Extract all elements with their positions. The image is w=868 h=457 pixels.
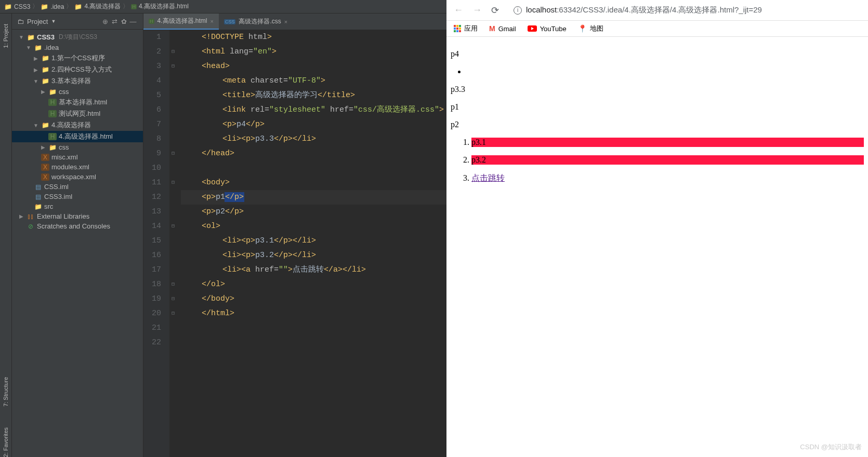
minimize-icon[interactable]: — [128, 17, 138, 26]
reload-button[interactable]: ⟳ [491, 5, 499, 16]
text-p4: p4 [451, 49, 864, 59]
dropdown-icon[interactable]: ▼ [51, 19, 56, 24]
editor-tab-active[interactable]: H4.高级选择器.html× [143, 14, 219, 30]
watermark: CSDN @知识汲取者 [800, 442, 862, 452]
breadcrumb-item[interactable]: .idea [50, 3, 64, 10]
project-panel: 🗀 Project ▼ ⊕ ⇄ ✿ — ▼📁CSS3D:\项目\CSS3 ▼📁.… [12, 14, 143, 457]
tree-file[interactable]: H测试网页.html [12, 108, 143, 119]
tab-structure[interactable]: 7: Structure [3, 377, 9, 407]
forward-button[interactable]: → [472, 5, 482, 16]
link-jump[interactable]: 点击跳转 [471, 173, 505, 182]
text-p1: p1 [451, 102, 864, 112]
folder-icon: 📁 [74, 3, 82, 10]
tree-folder[interactable]: ▶📁2.四种CSS导入方式 [12, 64, 143, 75]
html-icon: H [131, 4, 137, 9]
editor-area: H4.高级选择器.html× CSS高级选择器.css× 12345678910… [143, 14, 446, 457]
bookmark-apps[interactable]: 应用 [454, 24, 478, 33]
info-icon[interactable]: i [514, 6, 522, 15]
bookmark-gmail[interactable]: MGmail [489, 24, 516, 33]
left-tool-tabs: 1: Project 7: Structure 2: Favorites [0, 14, 12, 457]
breadcrumb-item[interactable]: 4.高级选择器.html [139, 2, 189, 11]
breadcrumb-item[interactable]: CSS3 [14, 3, 30, 10]
tree-root[interactable]: ▼📁CSS3D:\项目\CSS3 [12, 32, 143, 43]
html-icon: H [149, 19, 154, 24]
url-host: localhost [526, 5, 557, 14]
apps-icon [454, 25, 461, 32]
breadcrumb-item[interactable]: 4.高级选择器 [84, 2, 121, 11]
bookmark-maps[interactable]: 📍地图 [578, 24, 603, 33]
tree-external-libs[interactable]: ▶⫿⫿External Libraries [12, 211, 143, 221]
project-title: Project [27, 18, 48, 25]
chevron-right-icon: 〉 [32, 2, 38, 11]
tree-folder[interactable]: ▶📁css [12, 87, 143, 97]
chevron-right-icon: 〉 [123, 2, 129, 11]
tree-file[interactable]: H基本选择器.html [12, 97, 143, 108]
tree-file[interactable]: ▤CSS.iml [12, 182, 143, 192]
project-tree: ▼📁CSS3D:\项目\CSS3 ▼📁.idea ▶📁1.第一个CSS程序 ▶📁… [12, 30, 143, 457]
tree-scratches[interactable]: ⊘Scratches and Consoles [12, 221, 143, 231]
fold-gutter: ⊟⊟⊟⊟⊟⊟⊟⊟ [169, 30, 177, 457]
project-header: 🗀 Project ▼ ⊕ ⇄ ✿ — [12, 14, 143, 30]
code-content[interactable]: <!DOCTYPE html> <html lang="en"> <head> … [177, 30, 446, 457]
tree-folder[interactable]: ▼📁3.基本选择器 [12, 75, 143, 87]
tree-file[interactable]: Xworkspace.xml [12, 172, 143, 182]
browser-panel: ← → ⟳ i localhost:63342/CSS3/.idea/4.高级选… [446, 0, 868, 457]
tree-folder[interactable]: 📁src [12, 201, 143, 211]
tree-file[interactable]: ▤CSS3.iml [12, 192, 143, 201]
tree-folder[interactable]: ▼📁4.高级选择器 [12, 119, 143, 131]
css-icon: CSS [224, 19, 236, 24]
maps-icon: 📍 [578, 24, 587, 33]
list-item: 点击跳转 [471, 173, 864, 184]
gmail-icon: M [489, 24, 495, 33]
text-p31: p3.1 [471, 138, 864, 147]
page-content: p4 p3.3 p1 p2 p3.1 p3.2 点击跳转 [446, 37, 868, 457]
folder-icon: 📁 [4, 3, 12, 10]
list-item: p3.1 [471, 138, 864, 147]
tree-file-selected[interactable]: H4.高级选择器.html [12, 131, 143, 142]
locate-icon[interactable]: ⊕ [100, 17, 110, 26]
project-icon: 🗀 [17, 18, 24, 25]
list-item: p3.2 [471, 155, 864, 165]
gear-icon[interactable]: ✿ [119, 17, 128, 26]
text-p32: p3.2 [471, 155, 864, 165]
back-button[interactable]: ← [454, 5, 463, 16]
close-icon[interactable]: × [211, 18, 214, 24]
close-icon[interactable]: × [284, 19, 287, 25]
url-path: :63342/CSS3/.idea/4.高级选择器/4.高级选择器.html?_… [557, 5, 762, 14]
bullet-empty [466, 67, 864, 76]
bookmarks-bar: 应用 MGmail YouTube 📍地图 [446, 21, 868, 37]
tree-folder[interactable]: ▼📁.idea [12, 43, 143, 52]
editor-tabs: H4.高级选择器.html× CSS高级选择器.css× [143, 14, 446, 30]
breadcrumb: 📁 CSS3 〉 📁 .idea 〉 📁 4.高级选择器 〉 H 4.高级选择器… [0, 0, 446, 14]
text-p2: p2 [451, 120, 864, 129]
browser-toolbar: ← → ⟳ i localhost:63342/CSS3/.idea/4.高级选… [446, 0, 868, 21]
expand-icon[interactable]: ⇄ [110, 17, 119, 26]
url-bar[interactable]: i localhost:63342/CSS3/.idea/4.高级选择器/4.高… [508, 3, 861, 17]
bookmark-youtube[interactable]: YouTube [528, 25, 567, 33]
line-gutter: 12345678910111213141516171819202122 [143, 30, 169, 457]
text-p33: p3.3 [451, 85, 864, 94]
tab-favorites[interactable]: 2: Favorites [3, 427, 9, 457]
tree-folder[interactable]: ▶📁css [12, 142, 143, 152]
tab-project[interactable]: 1: Project [3, 24, 9, 48]
tree-folder[interactable]: ▶📁1.第一个CSS程序 [12, 52, 143, 64]
folder-icon: 📁 [41, 3, 48, 10]
ide-panel: 📁 CSS3 〉 📁 .idea 〉 📁 4.高级选择器 〉 H 4.高级选择器… [0, 0, 446, 457]
tree-file[interactable]: Xmodules.xml [12, 162, 143, 172]
code-editor[interactable]: 12345678910111213141516171819202122 ⊟⊟⊟⊟… [143, 30, 446, 457]
chevron-right-icon: 〉 [66, 2, 72, 11]
youtube-icon [528, 25, 537, 32]
editor-tab[interactable]: CSS高级选择器.css× [219, 14, 293, 30]
tree-file[interactable]: Xmisc.xml [12, 152, 143, 162]
